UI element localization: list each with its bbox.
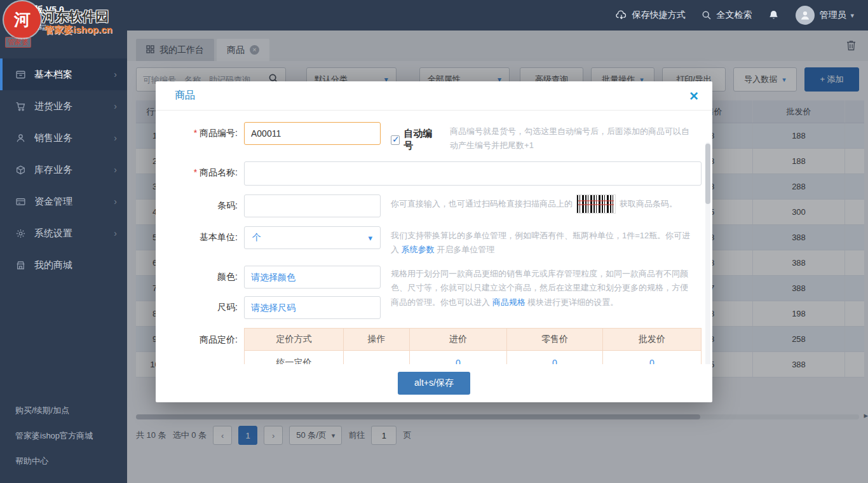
save-shortcut-label: 保存快捷方式: [632, 10, 685, 21]
checkbox-checked-icon: [391, 135, 400, 145]
global-search-button[interactable]: 全文检索: [702, 10, 752, 21]
save-shortcut-button[interactable]: 保存快捷方式: [616, 10, 685, 21]
system-params-link[interactable]: 系统参数: [402, 245, 435, 254]
pricing-method-cell: 统一定价: [244, 351, 344, 364]
sidebar-item-label: 销售业务: [34, 132, 72, 144]
field-pricing: 商品定价: 定价方式 操作 进价 零售价 批发价 统一定价 0 0 0: [171, 328, 691, 364]
sidebar-footer-link-1[interactable]: 管家婆ishop官方商城: [15, 423, 127, 449]
card-icon: [15, 196, 26, 207]
sidebar-footer-link-0[interactable]: 购买/续期/加点: [15, 398, 127, 423]
chevron-down-icon: ▾: [368, 233, 372, 243]
sidebar-item-6[interactable]: 我的商城: [0, 249, 127, 281]
color-label: 颜色:: [171, 266, 238, 283]
barcode-hint: 你可直接输入，也可通过扫码枪直接扫描商品上的 获取商品条码。: [391, 194, 677, 214]
product-name-label: *商品名称:: [171, 161, 238, 179]
size-label: 尺码:: [171, 296, 238, 313]
wholesale-price-header: 批发价: [603, 328, 702, 351]
sidebar-item-5[interactable]: 系统设置›: [0, 217, 127, 249]
modal-footer: alt+s/保存: [156, 364, 712, 402]
sidebar-item-2[interactable]: 销售业务›: [0, 122, 127, 154]
modal-scrollbar-thumb[interactable]: [705, 144, 710, 204]
wholesale-price-value[interactable]: 0: [603, 351, 702, 364]
field-size: 尺码:: [171, 296, 381, 319]
product-code-input[interactable]: [244, 122, 381, 145]
avatar: [796, 6, 815, 25]
notifications-button[interactable]: [768, 10, 779, 21]
chevron-right-icon: ›: [114, 133, 117, 143]
unit-hint-before: 我们支持带换算比的多单位管理，例如啤酒有件、瓶两种单位，1件=12瓶。你可进入: [391, 231, 690, 254]
color-input[interactable]: [244, 266, 381, 289]
gear-icon: [15, 228, 26, 239]
sidebar-item-label: 我的商城: [34, 259, 72, 271]
operation-cell: [344, 351, 410, 364]
sidebar-footer: 购买/续期/加点管家婆ishop官方商城帮助中心: [0, 398, 127, 483]
barcode-input[interactable]: [244, 194, 381, 217]
sidebar-item-label: 基本档案: [34, 69, 72, 81]
chevron-right-icon: ›: [114, 165, 117, 175]
archive-icon: [15, 69, 26, 80]
base-unit-hint: 我们支持带换算比的多单位管理，例如啤酒有件、瓶两种单位，1件=12瓶。你可进入 …: [391, 226, 691, 257]
close-icon[interactable]: ×: [689, 88, 698, 104]
product-spec-link[interactable]: 商品规格: [492, 297, 526, 307]
box-icon: [15, 165, 26, 175]
pricing-method-header: 定价方式: [244, 328, 344, 351]
chevron-right-icon: ›: [114, 101, 117, 111]
modal-body: *商品编号: 自动编号 商品编号就是货号，勾选这里自动编号后，后面添加的商品可以…: [156, 111, 712, 364]
sidebar-item-label: 资金管理: [34, 196, 72, 208]
sidebar-item-3[interactable]: 库存业务›: [0, 154, 127, 186]
sidebar-item-label: 系统设置: [34, 228, 72, 240]
base-unit-select[interactable]: 个 ▾: [244, 226, 381, 249]
sidebar-item-4[interactable]: 资金管理›: [0, 186, 127, 217]
person-icon: [15, 133, 26, 144]
modal-header: 商品 ×: [156, 81, 712, 111]
pricing-data-row: 统一定价 0 0 0: [244, 351, 702, 364]
spec-hint-after: 模块进行更详细的设置。: [527, 297, 618, 307]
shop-icon: [15, 260, 26, 271]
cart-icon: [15, 101, 26, 112]
retail-price-value[interactable]: 0: [507, 351, 603, 364]
sidebar-footer-link-2[interactable]: 帮助中心: [15, 449, 127, 474]
save-button[interactable]: alt+s/保存: [398, 372, 470, 395]
field-color: 颜色:: [171, 266, 381, 289]
field-barcode: 条码: 你可直接输入，也可通过扫码枪直接扫描商品上的 获取商品条码。: [171, 194, 691, 217]
chevron-down-icon: ▾: [850, 11, 854, 20]
sidebar-item-label: 库存业务: [34, 164, 72, 176]
spec-hint: 规格用于划分同一款商品更细的销售单元或库存管理粒度，如同一款商品有不同颜色、尺寸…: [391, 266, 691, 319]
search-icon: [702, 10, 712, 20]
modal-title: 商品: [175, 89, 195, 102]
sidebar-item-1[interactable]: 进货业务›: [0, 90, 127, 122]
pricing-label: 商品定价:: [171, 328, 238, 346]
auto-number-checkbox[interactable]: 自动编号: [391, 128, 440, 152]
chevron-right-icon: ›: [114, 196, 117, 207]
chevron-right-icon: ›: [114, 228, 117, 238]
color-size-section: 颜色: 尺码: 规格用于划分同一款商品更细的销售单元或库存管理粒度，如同一款商品…: [171, 266, 691, 319]
cloud-save-icon: [616, 10, 627, 20]
barcode-hint-after: 获取商品条码。: [620, 197, 677, 211]
size-input[interactable]: [244, 296, 381, 319]
barcode-label: 条码:: [171, 194, 238, 212]
product-modal: 商品 × *商品编号: 自动编号 商品编号就是货号，勾选这里自动编号后，后面添加…: [156, 81, 712, 402]
purchase-price-value[interactable]: 0: [410, 351, 507, 364]
field-product-code: *商品编号: 自动编号 商品编号就是货号，勾选这里自动编号后，后面添加的商品可以…: [171, 122, 691, 153]
sidebar-item-label: 进货业务: [34, 100, 72, 112]
user-name: 管理员: [819, 10, 846, 21]
user-menu[interactable]: 管理员 ▾: [796, 6, 854, 25]
sidebar-item-0[interactable]: 基本档案›: [0, 58, 127, 90]
site-logo: 河: [4, 1, 41, 38]
bell-icon: [768, 10, 779, 21]
required-asterisk: *: [194, 167, 197, 177]
base-unit-label: 基本单位:: [171, 226, 238, 243]
product-name-input[interactable]: [244, 161, 702, 186]
retail-price-header: 零售价: [507, 328, 603, 351]
product-code-label: *商品编号:: [171, 122, 238, 139]
watermark-stamp: 管家婆: [5, 37, 31, 48]
unit-hint-after: 开启多单位管理: [437, 245, 494, 254]
sidebar: 基本档案›进货业务›销售业务›库存业务›资金管理›系统设置›我的商城 购买/续期…: [0, 31, 127, 483]
required-asterisk: *: [194, 128, 197, 138]
base-unit-value: 个: [252, 232, 261, 243]
modal-scrollbar[interactable]: [705, 142, 710, 364]
watermark-site-name: 河东软件园: [42, 8, 109, 25]
chevron-right-icon: ›: [114, 69, 117, 79]
purchase-price-header: 进价: [410, 328, 507, 351]
sidebar-menu: 基本档案›进货业务›销售业务›库存业务›资金管理›系统设置›我的商城: [0, 31, 127, 281]
